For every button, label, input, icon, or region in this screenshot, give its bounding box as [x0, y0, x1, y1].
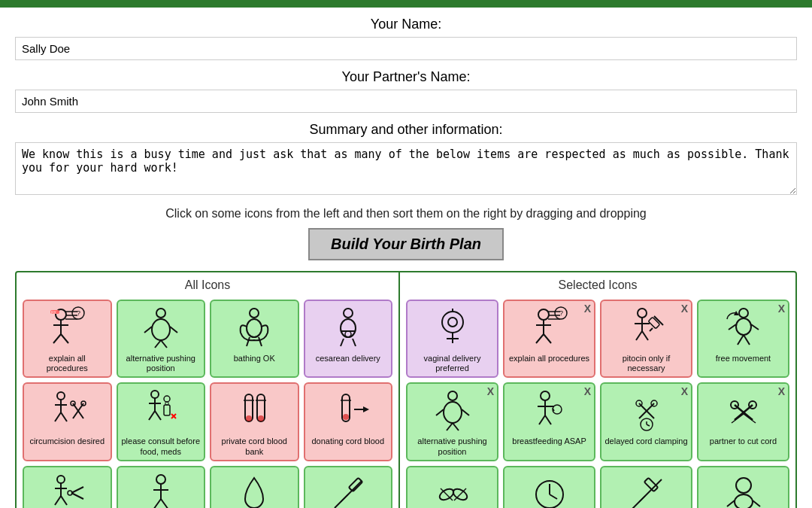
- svg-point-23: [341, 319, 356, 337]
- circumcision-icon: [44, 388, 89, 433]
- summary-label: Summary and other information:: [15, 122, 797, 138]
- partner-cut-label: partner to cut cord: [710, 437, 777, 446]
- name-label: Your Name:: [15, 17, 797, 32]
- icon-pitocin[interactable]: X pitoc: [600, 300, 692, 378]
- freemove-icon: [721, 306, 766, 351]
- svg-point-58: [57, 476, 65, 483]
- svg-line-143: [753, 500, 760, 506]
- svg-point-74: [442, 312, 463, 333]
- remove-freemove-x[interactable]: X: [778, 303, 785, 315]
- svg-point-28: [57, 392, 65, 400]
- icon-delayed-cord[interactable]: X delay: [600, 382, 692, 461]
- svg-rect-43: [164, 405, 170, 415]
- consult-icon: [138, 388, 183, 433]
- icon-breastfeeding[interactable]: X breastfeeding ASAP: [503, 382, 595, 461]
- svg-point-141: [735, 494, 753, 508]
- svg-point-37: [151, 391, 159, 398]
- donating-cord-label: donating cord blood: [311, 437, 384, 446]
- icon-alt-push[interactable]: alternative pushing position: [117, 300, 206, 378]
- breastfeed-label: breastfeeding ASAP: [512, 437, 586, 446]
- icon-circumcision[interactable]: circumcision desired: [23, 382, 112, 461]
- altpush-sel-icon: [430, 388, 475, 433]
- pitocin-icon: [624, 306, 669, 351]
- svg-line-92: [636, 331, 642, 340]
- svg-line-114: [545, 415, 551, 424]
- icon-consult[interactable]: please consult before food, meds: [117, 382, 206, 461]
- svg-point-105: [444, 402, 462, 423]
- icon-sel-row2b[interactable]: [503, 466, 595, 508]
- icon-private-cord[interactable]: private cord blood bank: [210, 382, 299, 461]
- icon-cesarean[interactable]: cesarean delivery: [304, 300, 393, 378]
- svg-line-62: [61, 496, 67, 505]
- alt-push-label: alternative pushing position: [121, 354, 201, 373]
- svg-point-75: [448, 318, 457, 327]
- icon-explain-sel[interactable]: X ?: [503, 300, 595, 378]
- svg-line-14: [144, 327, 152, 333]
- svg-line-15: [170, 327, 177, 333]
- explain-sel-icon: ?: [527, 306, 572, 351]
- remove-altpush-x[interactable]: X: [487, 385, 494, 397]
- svg-line-82: [536, 334, 544, 343]
- svg-line-101: [738, 335, 744, 345]
- icon-free-movement[interactable]: X free: [697, 300, 789, 378]
- explain-all-label: explain all procedures: [27, 354, 108, 373]
- vaginal-icon: [430, 306, 475, 351]
- delayedcord-icon: [624, 388, 669, 433]
- cesarean-icon: [326, 306, 371, 351]
- main-content: Your Name: Your Partner's Name: Summary …: [0, 8, 812, 508]
- svg-point-89: [638, 309, 647, 318]
- icon-row3d[interactable]: [304, 466, 393, 508]
- clock-icon: [527, 472, 572, 508]
- svg-rect-95: [648, 317, 660, 329]
- svg-line-106: [436, 409, 444, 415]
- svg-line-42: [155, 411, 161, 420]
- svg-line-16: [155, 340, 161, 348]
- svg-text:RX: RX: [51, 310, 57, 315]
- icon-donating-cord[interactable]: donating cord blood: [304, 382, 393, 461]
- svg-point-52: [258, 415, 264, 421]
- svg-line-100: [751, 324, 759, 330]
- svg-line-69: [153, 499, 161, 508]
- svg-line-3: [53, 334, 61, 343]
- icon-partner-cut[interactable]: X partner to cut cord: [697, 382, 789, 461]
- icon-row3c[interactable]: [210, 466, 299, 508]
- remove-pitocin-x[interactable]: X: [681, 303, 688, 315]
- partner-input[interactable]: [15, 90, 797, 113]
- needle2-icon: [326, 472, 371, 508]
- icon-sel-row2d[interactable]: [697, 466, 789, 508]
- delayed-cord-label: delayed cord clamping: [604, 437, 687, 446]
- summary-textarea[interactable]: We know this is a busy time and just ask…: [15, 142, 797, 195]
- svg-line-107: [462, 409, 469, 415]
- build-button[interactable]: Build Your Birth Plan: [308, 228, 504, 260]
- pitocin-label: pitocin only if necessary: [604, 354, 688, 373]
- all-icons-grid: RX ? explain all procedures: [23, 300, 392, 508]
- icon-sel-row2c[interactable]: [600, 466, 692, 508]
- svg-text:?: ?: [77, 309, 80, 317]
- svg-line-99: [729, 324, 736, 330]
- svg-point-104: [448, 391, 457, 400]
- icon-bathing[interactable]: bathing OK: [210, 300, 299, 378]
- partner-label: Your Partner's Name:: [15, 69, 797, 85]
- svg-line-109: [453, 423, 459, 430]
- remove-explain-x[interactable]: X: [584, 303, 591, 315]
- cordbank-icon: [232, 388, 277, 433]
- freemove-label: free movement: [716, 354, 771, 364]
- vaginal-label: vaginal delivery preferred: [411, 354, 494, 373]
- remove-breastfeed-x[interactable]: X: [584, 385, 591, 397]
- name-input[interactable]: [15, 37, 797, 60]
- remove-partnercut-x[interactable]: X: [778, 385, 785, 397]
- svg-point-66: [156, 475, 165, 484]
- remove-delayedcord-x[interactable]: X: [681, 385, 688, 397]
- icon-row3b[interactable]: [117, 466, 206, 508]
- svg-line-20: [247, 337, 250, 346]
- svg-point-140: [736, 478, 751, 493]
- bathing-label: bathing OK: [234, 354, 275, 364]
- svg-line-123: [647, 424, 650, 426]
- needle3-icon: [624, 472, 669, 508]
- icon-vaginal[interactable]: vaginal delivery preferred: [406, 300, 498, 378]
- svg-point-19: [247, 319, 262, 337]
- icon-explain-all[interactable]: RX ? explain all procedures: [23, 300, 112, 378]
- icon-sel-row2a[interactable]: [406, 466, 498, 508]
- icon-row3a[interactable]: [23, 466, 112, 508]
- icon-alt-push-sel[interactable]: X alternative pushing position: [406, 382, 498, 461]
